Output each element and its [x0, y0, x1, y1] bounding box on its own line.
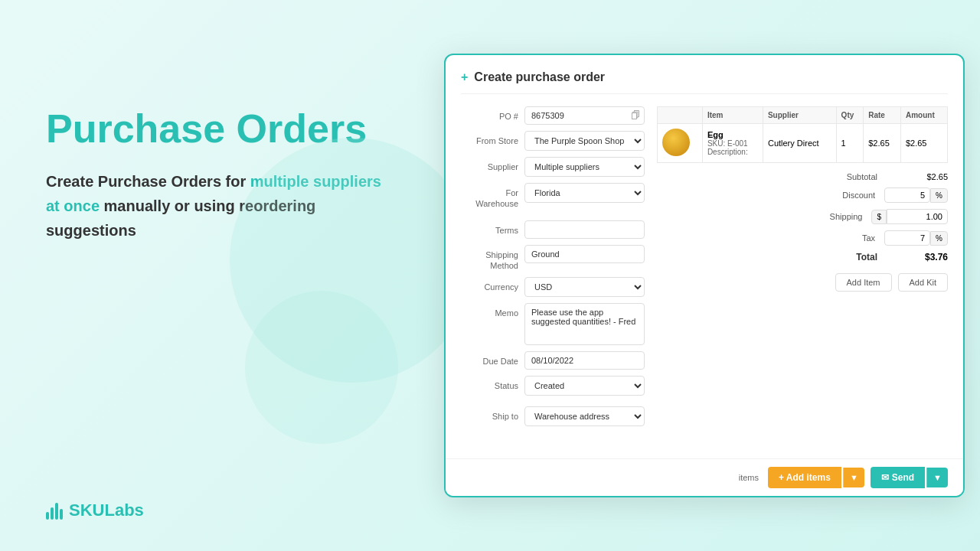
logo-sku: SKU: [69, 500, 104, 520]
add-item-button[interactable]: Add Item: [835, 273, 892, 292]
total-value: $3.76: [887, 252, 948, 262]
table-row: Egg SKU: E-001 Description: Cutlery Dire…: [658, 124, 948, 163]
due-date-input[interactable]: [524, 351, 645, 370]
add-items-label: + Add items: [779, 472, 831, 483]
send-dropdown-button[interactable]: ▼: [926, 468, 948, 487]
po-input[interactable]: [524, 106, 645, 125]
for-warehouse-label: For Warehouse: [461, 183, 518, 210]
left-panel: Purchase Orders Create Purchase Orders f…: [0, 0, 444, 551]
currency-select[interactable]: USD: [524, 277, 645, 297]
item-description: Description:: [707, 148, 758, 156]
col-header-amount: Amount: [900, 107, 947, 124]
item-supplier-cell: Cutlery Direct: [763, 124, 836, 163]
calendar-icon: 🗍: [631, 110, 640, 121]
po-label: PO #: [461, 106, 518, 122]
terms-row: Terms: [461, 220, 645, 239]
items-section: Item Supplier Qty Rate Amount: [657, 106, 948, 432]
item-amount: $2.65: [906, 139, 927, 148]
ship-to-row: Ship to Warehouse address: [461, 406, 645, 426]
modal-title: Create purchase order: [474, 70, 605, 84]
from-store-select[interactable]: The Purple Spoon Shop: [524, 131, 645, 151]
for-warehouse-select[interactable]: Florida: [524, 183, 645, 203]
currency-label: Currency: [461, 277, 518, 292]
subtitle-text-2: manually or using: [100, 197, 239, 214]
subtotal-row: Subtotal $2.65: [657, 169, 948, 184]
currency-row: Currency USD: [461, 277, 645, 297]
due-date-row: Due Date: [461, 351, 645, 370]
shipping-method-row: Shipping Method: [461, 245, 645, 272]
tax-row: Tax %: [657, 227, 948, 249]
col-header-image: [658, 107, 703, 124]
tax-label: Tax: [822, 233, 875, 243]
col-header-qty: Qty: [836, 107, 864, 124]
logo-labs: Labs: [104, 500, 143, 520]
col-header-item: Item: [702, 107, 763, 124]
supplier-label: Supplier: [461, 157, 518, 172]
logo-bar-1: [46, 512, 49, 520]
item-details-cell: Egg SKU: E-001 Description:: [702, 124, 763, 163]
item-qty: 1: [841, 139, 846, 148]
subtotal-value: $2.65: [887, 172, 948, 181]
item-sku: SKU: E-001: [707, 139, 758, 148]
total-row: Total $3.76: [657, 249, 948, 266]
due-date-label: Due Date: [461, 351, 518, 367]
discount-input[interactable]: [884, 187, 930, 203]
terms-input[interactable]: [524, 220, 645, 239]
item-supplier: Cutlery Direct: [768, 139, 819, 148]
discount-label: Discount: [822, 191, 875, 200]
right-panel: + Create purchase order PO # 🗍 From Stor…: [429, 0, 980, 551]
shipping-dollar-button[interactable]: $: [871, 210, 887, 224]
add-buttons-group: Add Item Add Kit: [657, 273, 948, 292]
tax-input[interactable]: [884, 230, 930, 246]
supplier-row: Supplier Multiple suppliers: [461, 157, 645, 177]
from-store-label: From Store: [461, 131, 518, 146]
logo: SKULabs: [46, 500, 398, 520]
egg-image: [662, 129, 690, 156]
item-image-cell: [658, 124, 703, 163]
shipping-method-input[interactable]: [524, 245, 645, 263]
shipping-label: Shipping: [808, 212, 862, 221]
status-select[interactable]: Created: [524, 376, 645, 396]
status-label: Status: [461, 376, 518, 391]
subtotal-label: Subtotal: [824, 172, 877, 181]
send-main-button[interactable]: ✉ Send: [871, 467, 925, 488]
item-amount-cell: $2.65: [900, 124, 947, 163]
ship-to-select[interactable]: Warehouse address: [524, 406, 645, 426]
add-items-dropdown-button[interactable]: ▼: [843, 468, 864, 487]
send-icon: ✉: [881, 472, 889, 483]
decorative-circle-2: [245, 291, 398, 444]
item-name: Egg: [707, 130, 758, 139]
shipping-row: Shipping $: [657, 206, 948, 227]
terms-label: Terms: [461, 220, 518, 236]
send-label: Send: [892, 472, 914, 483]
logo-bar-3: [55, 503, 58, 520]
ship-to-label: Ship to: [461, 406, 518, 422]
col-header-rate: Rate: [864, 107, 901, 124]
for-warehouse-row: For Warehouse Florida: [461, 183, 645, 210]
shipping-input[interactable]: [887, 209, 948, 224]
create-purchase-order-modal: + Create purchase order PO # 🗍 From Stor…: [444, 54, 965, 497]
add-kit-button[interactable]: Add Kit: [898, 273, 948, 292]
modal-body: PO # 🗍 From Store The Purple Spoon Shop …: [461, 106, 948, 432]
form-section: PO # 🗍 From Store The Purple Spoon Shop …: [461, 106, 645, 432]
items-table: Item Supplier Qty Rate Amount: [657, 106, 948, 163]
footer-items-text: items: [739, 473, 759, 482]
modal-footer: items + Add items ▼ ✉ Send ▼: [446, 458, 963, 496]
memo-label: Memo: [461, 303, 518, 318]
memo-textarea[interactable]: Please use the app suggested quantities!…: [524, 303, 645, 345]
supplier-select[interactable]: Multiple suppliers: [524, 157, 645, 177]
add-items-main-button[interactable]: + Add items: [768, 467, 841, 488]
tax-pct-button[interactable]: %: [930, 231, 948, 246]
logo-bar-2: [51, 507, 54, 520]
status-row: Status Created: [461, 376, 645, 396]
tax-input-group: %: [884, 230, 948, 246]
logo-bar-4: [60, 509, 63, 520]
from-store-row: From Store The Purple Spoon Shop: [461, 131, 645, 151]
discount-row: Discount %: [657, 184, 948, 206]
po-field-wrapper: 🗍: [524, 106, 645, 125]
discount-pct-button[interactable]: %: [930, 188, 948, 203]
discount-input-group: %: [884, 187, 948, 203]
modal-header: + Create purchase order: [461, 70, 948, 94]
col-header-supplier: Supplier: [763, 107, 836, 124]
summary-section: Subtotal $2.65 Discount % Shipping $: [657, 169, 948, 266]
